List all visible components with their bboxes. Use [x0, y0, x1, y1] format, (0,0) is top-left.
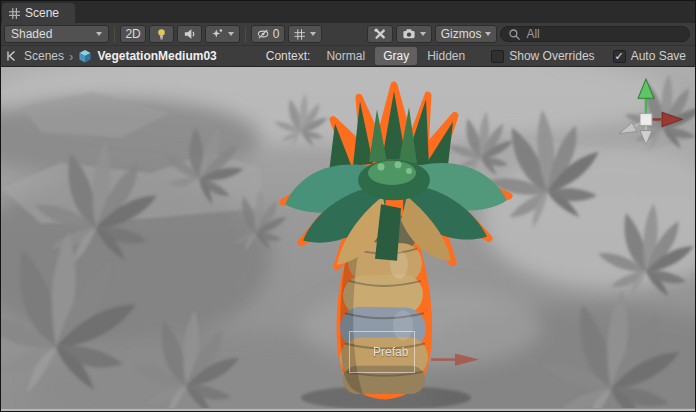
scene-effects-dropdown[interactable]: [205, 25, 239, 43]
tools-button[interactable]: [367, 25, 393, 43]
grid-visibility-dropdown[interactable]: [288, 25, 321, 43]
chevron-down-icon: [96, 32, 102, 36]
prefab-badge: Prefab: [373, 345, 408, 359]
show-overrides-checkbox[interactable]: Show Overrides: [491, 49, 594, 63]
magnifier-icon: [508, 28, 521, 41]
auto-save-checkmark: ✓: [615, 51, 624, 62]
crossed-tools-icon: [373, 27, 387, 41]
scene-toolbar: Shaded 2D: [1, 23, 695, 45]
camera-settings-dropdown[interactable]: [396, 25, 432, 43]
eye-off-icon: [257, 27, 269, 41]
context-label: Context:: [266, 49, 311, 63]
scene-tab-grid-icon: [9, 8, 20, 19]
scene-visibility-button[interactable]: 0: [251, 25, 286, 43]
sparkle-icon: [211, 27, 223, 41]
gizmos-label: Gizmos: [441, 27, 482, 41]
auto-save-checkbox[interactable]: ✓ Auto Save: [613, 49, 686, 63]
chevron-down-icon: [310, 32, 316, 36]
scene-lighting-button[interactable]: [149, 25, 174, 43]
grid-icon: [294, 28, 305, 41]
unity-scene-window: Scene Shaded 2D: [0, 0, 696, 412]
window-bottom-edge: [1, 408, 695, 411]
context-mode-group: Context: Normal Gray Hidden: [266, 47, 473, 65]
speaker-icon: [183, 27, 196, 41]
auto-save-label: Auto Save: [631, 49, 686, 63]
2d-toggle-button[interactable]: 2D: [120, 25, 146, 43]
tab-scene[interactable]: Scene: [2, 3, 75, 23]
draw-mode-label: Shaded: [11, 27, 52, 41]
chevron-down-icon: [228, 32, 234, 36]
breadcrumb-scenes[interactable]: Scenes: [24, 49, 64, 63]
toolbar-separator: [245, 27, 246, 42]
show-overrides-box[interactable]: [491, 50, 504, 63]
auto-save-box[interactable]: ✓: [613, 50, 626, 63]
hidden-object-count: 0: [273, 27, 280, 41]
context-option-gray[interactable]: Gray: [375, 47, 417, 65]
2d-label: 2D: [125, 27, 140, 41]
scene-search-field[interactable]: All: [500, 26, 690, 42]
gizmo-center-cube[interactable]: [640, 113, 652, 125]
prefab-cube-icon: [78, 49, 92, 63]
search-value: All: [526, 27, 539, 41]
scene-viewport[interactable]: Prefab: [1, 67, 695, 408]
breadcrumb-separator: ›: [69, 49, 73, 64]
show-overrides-label: Show Overrides: [509, 49, 594, 63]
lightbulb-icon: [155, 27, 168, 41]
tab-bar: Scene: [1, 1, 695, 23]
scene-render: [1, 67, 695, 408]
camera-icon: [402, 27, 416, 41]
context-option-hidden[interactable]: Hidden: [419, 47, 473, 65]
gizmos-dropdown[interactable]: Gizmos: [435, 25, 498, 43]
toolbar-separator: [114, 27, 115, 42]
tab-scene-label: Scene: [25, 6, 59, 20]
context-option-normal[interactable]: Normal: [318, 47, 373, 65]
breadcrumb-checkboxes: Show Overrides ✓ Auto Save: [491, 49, 686, 63]
chevron-down-icon: [420, 32, 426, 36]
toolbar-right-group: Gizmos: [367, 25, 498, 43]
prefab-breadcrumb-bar: Scenes › VegetationMedium03 Context: Nor…: [1, 45, 695, 67]
back-arrow-icon[interactable]: [5, 49, 19, 63]
breadcrumb-current-prefab[interactable]: VegetationMedium03: [97, 49, 216, 63]
scene-audio-button[interactable]: [177, 25, 202, 43]
draw-mode-dropdown[interactable]: Shaded: [4, 25, 109, 43]
chevron-down-icon: [485, 32, 491, 36]
